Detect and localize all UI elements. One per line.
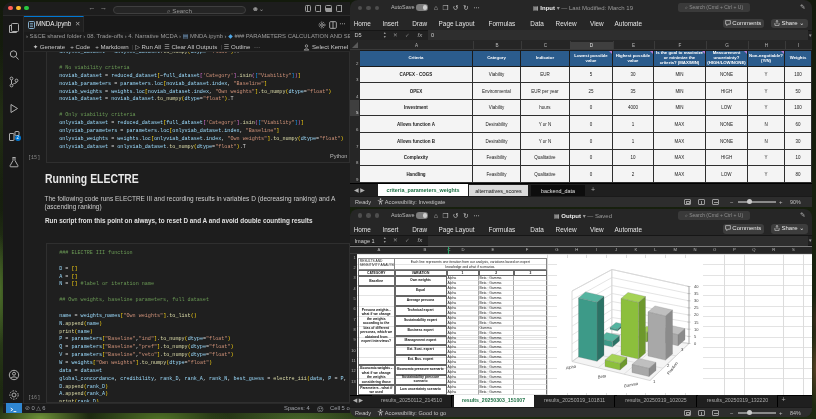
svg-text:40: 40 [694, 283, 699, 288]
svg-text:15: 15 [694, 319, 699, 324]
svg-text:10: 10 [694, 326, 699, 331]
svg-text:35: 35 [694, 291, 699, 296]
svg-text:30: 30 [694, 298, 699, 303]
svg-text:20: 20 [694, 312, 699, 317]
svg-text:25: 25 [694, 305, 699, 310]
